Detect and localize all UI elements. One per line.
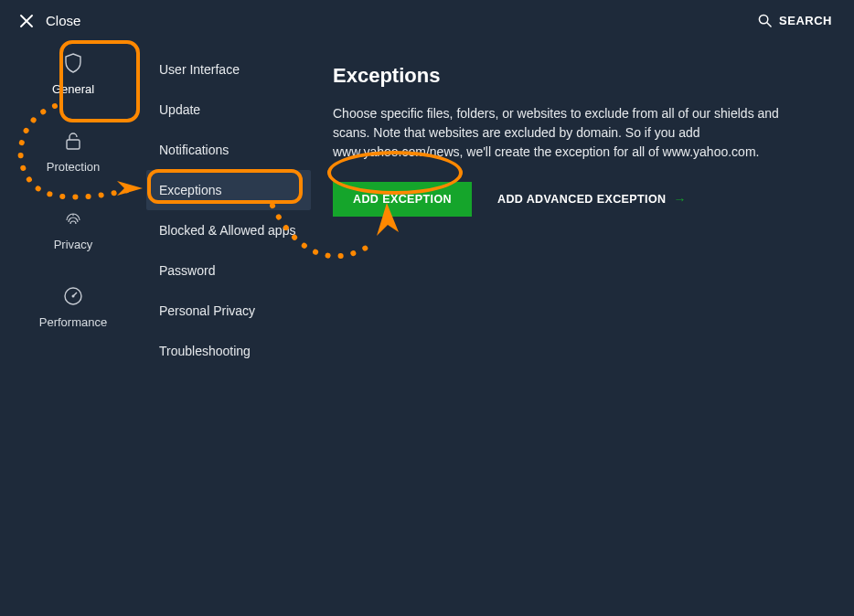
- add-exception-button[interactable]: ADD EXCEPTION: [333, 182, 472, 217]
- search-button[interactable]: SEARCH: [758, 14, 832, 27]
- category-general[interactable]: General: [0, 49, 146, 96]
- category-label: Performance: [39, 315, 107, 329]
- menu-item-password[interactable]: Password: [146, 250, 311, 291]
- close-icon: [20, 15, 33, 27]
- category-performance[interactable]: Performance: [0, 282, 146, 329]
- settings-menu: User Interface Update Notifications Exce…: [146, 37, 311, 616]
- search-icon: [758, 14, 772, 27]
- close-label: Close: [46, 13, 80, 28]
- menu-item-user-interface[interactable]: User Interface: [146, 49, 311, 90]
- close-button[interactable]: Close: [20, 13, 80, 28]
- category-privacy[interactable]: Privacy: [0, 205, 146, 251]
- category-label: Privacy: [54, 238, 93, 251]
- menu-item-update[interactable]: Update: [146, 90, 311, 130]
- search-label: SEARCH: [779, 14, 832, 27]
- fingerprint-icon: [59, 205, 87, 232]
- page-description: Choose specific files, folders, or websi…: [333, 104, 817, 162]
- category-sidebar: General Protection Privacy: [0, 37, 146, 616]
- shield-icon: [59, 49, 87, 77]
- menu-item-notifications[interactable]: Notifications: [146, 130, 311, 170]
- category-protection[interactable]: Protection: [0, 127, 146, 174]
- svg-rect-1: [67, 140, 80, 149]
- menu-item-blocked-allowed-apps[interactable]: Blocked & Allowed apps: [146, 210, 311, 250]
- lock-icon: [59, 127, 87, 154]
- category-label: Protection: [47, 160, 101, 174]
- menu-item-exceptions[interactable]: Exceptions: [146, 170, 311, 210]
- menu-item-personal-privacy[interactable]: Personal Privacy: [146, 291, 311, 331]
- add-advanced-exception-label: ADD ADVANCED EXCEPTION: [497, 193, 667, 206]
- svg-point-3: [72, 295, 75, 298]
- arrow-right-icon: →: [674, 192, 687, 207]
- content-pane: Exceptions Choose specific files, folder…: [311, 37, 854, 616]
- menu-item-troubleshooting[interactable]: Troubleshooting: [146, 331, 311, 371]
- category-label: General: [52, 82, 94, 96]
- add-advanced-exception-button[interactable]: ADD ADVANCED EXCEPTION →: [497, 192, 687, 207]
- gauge-icon: [59, 282, 87, 310]
- page-title: Exceptions: [333, 64, 827, 88]
